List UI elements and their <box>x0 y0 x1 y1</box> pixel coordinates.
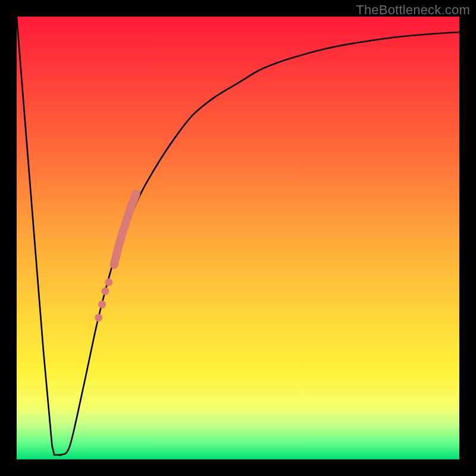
highlight-dot <box>105 278 112 286</box>
watermark-text: TheBottleneck.com <box>356 2 470 18</box>
chart-plot-area <box>17 17 459 459</box>
highlight-segment <box>95 194 136 322</box>
highlight-thick <box>114 194 136 265</box>
highlight-dot <box>101 287 109 295</box>
bottleneck-curve <box>17 17 459 456</box>
chart-frame: TheBottleneck.com <box>0 0 476 476</box>
highlight-dot <box>98 300 106 308</box>
chart-svg <box>17 17 459 459</box>
highlight-dot <box>95 314 102 321</box>
